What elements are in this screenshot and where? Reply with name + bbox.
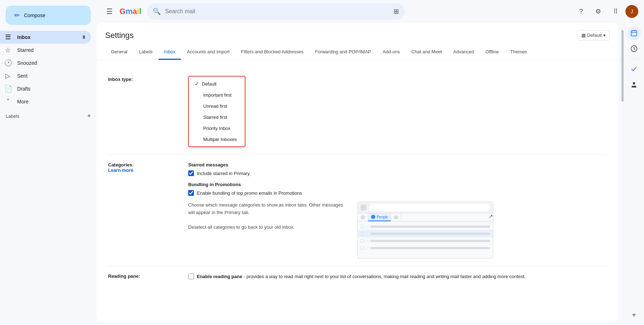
bundling-checkbox-label[interactable]: Enable bundling of top promo emails in P… (197, 190, 302, 196)
right-calendar-icon[interactable] (627, 26, 641, 40)
main-area: ☰ Gmail 🔍 ⊞ ? ⚙ ⠿ J (97, 0, 644, 325)
settings-header: Settings ▦ Default ▾ (97, 23, 618, 45)
preview-tab-icon-1 (361, 215, 365, 219)
right-tasks-icon[interactable] (627, 42, 641, 56)
density-label: Default (587, 33, 602, 38)
tab-general[interactable]: General (105, 45, 133, 60)
tab-accounts[interactable]: Accounts and Import (181, 45, 235, 60)
inbox-type-label: Inbox type: (108, 76, 180, 82)
reading-pane-checkbox-row: Enable reading pane - provides a way to … (188, 273, 607, 279)
preview-row-1: ☆ (358, 223, 493, 230)
sidebar-item-starred-label: Starred (17, 47, 85, 53)
search-bar: 🔍 ⊞ (147, 3, 405, 20)
search-input[interactable] (165, 8, 389, 15)
inbox-type-dropdown[interactable]: ✓ Default Important first Unread first (188, 76, 245, 147)
preview-lock-icon (361, 205, 366, 210)
scrollbar-thumb[interactable] (621, 30, 624, 102)
sidebar-item-inbox[interactable]: ☰ Inbox 8 (0, 31, 91, 44)
right-sidebar: + (624, 23, 644, 325)
density-icon: ▦ (581, 33, 586, 38)
avatar-initial: J (631, 9, 633, 14)
learn-more-link[interactable]: Learn more (108, 168, 133, 173)
dropdown-option-unread[interactable]: Unread first (189, 101, 245, 112)
preview-tab-3 (391, 213, 401, 221)
categories-desc-line2: will appear in the Primary tab. (188, 209, 343, 217)
tab-forwarding[interactable]: Forwarding and POP/IMAP (309, 45, 377, 60)
help-button[interactable]: ? (574, 4, 588, 19)
dropdown-option-multiple-label: Multiple Inboxes (203, 137, 237, 142)
tab-filters[interactable]: Filters and Blocked Addresses (235, 45, 309, 60)
tab-chat[interactable]: Chat and Meet (406, 45, 448, 60)
preview-row-4: ☆ (358, 244, 493, 252)
dropdown-option-starred[interactable]: Starred first (189, 112, 245, 123)
preview-row-3: ☆ (358, 237, 493, 244)
compose-button[interactable]: ✏ Compose (6, 6, 91, 25)
starred-checkbox-label[interactable]: Include starred in Primary (197, 171, 250, 176)
hamburger-icon: ☰ (106, 7, 113, 16)
preview-line-1 (370, 225, 490, 228)
sidebar-item-sent[interactable]: ▷ Sent (0, 69, 91, 82)
starred-checkbox-row: Include starred in Primary (188, 170, 493, 176)
bundling-checkbox[interactable] (188, 190, 194, 196)
tab-offline[interactable]: Offline (480, 45, 504, 60)
preview-line-3 (370, 240, 490, 242)
reading-pane-checkbox-label[interactable]: Enable reading pane - provides a way to … (197, 274, 526, 279)
search-filter-icon[interactable]: ⊞ (394, 8, 399, 15)
preview-star-2: ☆ (366, 232, 369, 236)
apps-button[interactable]: ⠿ (608, 4, 623, 19)
density-button[interactable]: ▦ Default ▾ (577, 30, 610, 40)
add-label-button[interactable]: + (87, 112, 91, 120)
search-icon[interactable]: 🔍 (153, 8, 161, 15)
preview-star-4: ☆ (366, 246, 369, 250)
preview-check-4 (361, 246, 364, 250)
dropdown-option-multiple[interactable]: Multiple Inboxes (189, 134, 245, 145)
scrollbar-track (621, 23, 624, 325)
send-icon: ▷ (4, 72, 11, 80)
reading-pane-bold-label: Enable reading pane (197, 274, 242, 279)
preview-tab-icon-2 (371, 215, 375, 219)
right-add-button[interactable]: + (627, 308, 641, 322)
tab-labels[interactable]: Labels (133, 45, 158, 60)
dropdown-option-priority[interactable]: Priority Inbox (189, 123, 245, 134)
settings-button[interactable]: ⚙ (591, 4, 605, 19)
plus-icon: + (632, 311, 636, 319)
reading-pane-checkbox[interactable] (188, 273, 194, 279)
sidebar-item-starred[interactable]: ☆ Starred (0, 44, 91, 57)
preview-check-3 (361, 239, 364, 243)
preview-arrow-icon: ↗ (489, 213, 493, 221)
sidebar-item-sent-label: Sent (17, 73, 85, 79)
gmail-m-letter: Gmail (119, 7, 141, 16)
avatar[interactable]: J (625, 5, 638, 18)
hamburger-menu-button[interactable]: ☰ (102, 4, 117, 19)
dropdown-option-important[interactable]: Important first (189, 89, 245, 101)
sidebar-item-snoozed[interactable]: 🕐 Snoozed (0, 57, 91, 69)
reading-pane-label: Reading pane: (108, 273, 180, 279)
inbox-badge: 8 (83, 35, 85, 40)
settings-content-area: Settings ▦ Default ▾ General Labels Inbo… (97, 23, 618, 322)
preview-tab-icon-3 (394, 215, 398, 219)
dropdown-option-starred-label: Starred first (203, 115, 227, 120)
settings-title-text: Settings (105, 31, 134, 40)
right-check-icon[interactable] (627, 62, 641, 76)
preview-star-1: ☆ (366, 225, 369, 229)
tab-themes[interactable]: Themes (504, 45, 533, 60)
sidebar-item-drafts-label: Drafts (17, 86, 85, 92)
tab-inbox[interactable]: Inbox (158, 45, 181, 60)
starred-checkbox[interactable] (188, 170, 194, 176)
preview-tabs: People ↗ (358, 213, 493, 222)
dropdown-option-default[interactable]: ✓ Default (189, 78, 245, 89)
sidebar-item-inbox-label: Inbox (17, 34, 77, 40)
starred-messages-title: Starred messages (188, 162, 493, 168)
svg-rect-0 (631, 30, 637, 36)
sidebar-item-drafts[interactable]: 📄 Drafts (0, 82, 91, 95)
inbox-type-value: ✓ Default Important first Unread first (188, 76, 607, 147)
labels-section: Labels + (0, 108, 97, 121)
sidebar-item-more-label: More (17, 99, 85, 105)
bundling-checkbox-row: Enable bundling of top promo emails in P… (188, 190, 493, 196)
sidebar-item-more[interactable]: ˅ More (0, 95, 91, 108)
preview-line-2 (370, 233, 490, 235)
right-person-icon[interactable] (627, 78, 641, 92)
tab-addons[interactable]: Add-ons (377, 45, 405, 60)
tab-advanced[interactable]: Advanced (448, 45, 480, 60)
chevron-down-icon: ˅ (4, 98, 11, 106)
